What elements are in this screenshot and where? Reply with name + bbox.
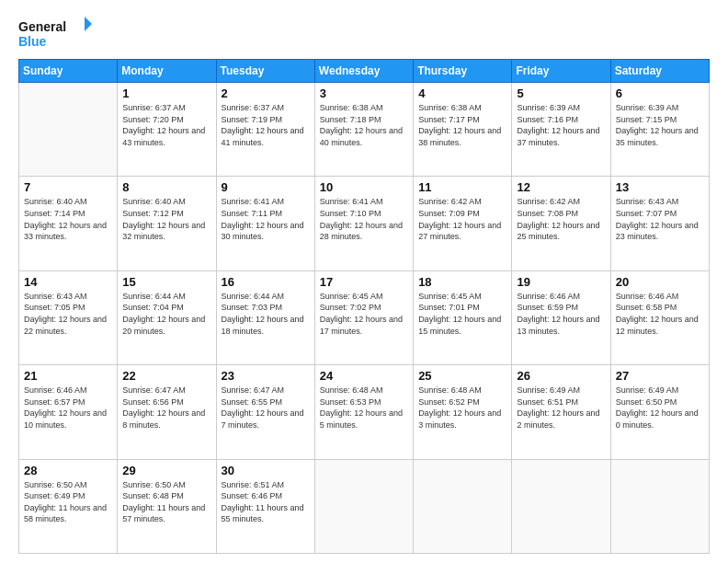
week-row-0: 1Sunrise: 6:37 AM Sunset: 7:20 PM Daylig… — [19, 83, 710, 177]
day-info: Sunrise: 6:49 AM Sunset: 6:51 PM Dayligh… — [517, 385, 605, 431]
day-number: 19 — [517, 275, 605, 289]
day-info: Sunrise: 6:40 AM Sunset: 7:12 PM Dayligh… — [122, 196, 210, 242]
day-number: 1 — [122, 86, 210, 100]
day-info: Sunrise: 6:40 AM Sunset: 7:14 PM Dayligh… — [24, 196, 112, 242]
day-cell: 21Sunrise: 6:46 AM Sunset: 6:57 PM Dayli… — [19, 365, 118, 459]
day-cell: 24Sunrise: 6:48 AM Sunset: 6:53 PM Dayli… — [314, 365, 413, 459]
day-cell: 14Sunrise: 6:43 AM Sunset: 7:05 PM Dayli… — [19, 270, 118, 364]
day-info: Sunrise: 6:37 AM Sunset: 7:20 PM Dayligh… — [122, 102, 210, 148]
col-header-friday: Friday — [512, 60, 610, 83]
day-info: Sunrise: 6:42 AM Sunset: 7:08 PM Dayligh… — [517, 196, 605, 242]
day-cell: 4Sunrise: 6:38 AM Sunset: 7:17 PM Daylig… — [414, 83, 512, 177]
week-row-2: 14Sunrise: 6:43 AM Sunset: 7:05 PM Dayli… — [19, 270, 710, 364]
day-cell: 9Sunrise: 6:41 AM Sunset: 7:11 PM Daylig… — [216, 177, 314, 270]
day-info: Sunrise: 6:49 AM Sunset: 6:50 PM Dayligh… — [616, 385, 704, 431]
day-info: Sunrise: 6:42 AM Sunset: 7:09 PM Dayligh… — [418, 196, 506, 242]
day-number: 24 — [320, 369, 408, 383]
day-cell — [414, 459, 512, 553]
day-cell — [512, 459, 610, 553]
day-info: Sunrise: 6:43 AM Sunset: 7:07 PM Dayligh… — [616, 196, 704, 242]
day-number: 20 — [616, 275, 704, 289]
day-number: 21 — [24, 369, 112, 383]
day-number: 10 — [320, 180, 408, 194]
day-info: Sunrise: 6:37 AM Sunset: 7:19 PM Dayligh… — [222, 102, 310, 148]
day-cell: 16Sunrise: 6:44 AM Sunset: 7:03 PM Dayli… — [216, 270, 314, 364]
day-info: Sunrise: 6:39 AM Sunset: 7:15 PM Dayligh… — [616, 102, 704, 148]
day-cell — [610, 459, 709, 553]
day-info: Sunrise: 6:41 AM Sunset: 7:11 PM Dayligh… — [222, 196, 310, 242]
day-number: 17 — [320, 275, 408, 289]
logo: General Blue — [18, 15, 92, 52]
day-number: 23 — [222, 369, 310, 383]
day-cell: 10Sunrise: 6:41 AM Sunset: 7:10 PM Dayli… — [314, 177, 413, 270]
day-cell: 12Sunrise: 6:42 AM Sunset: 7:08 PM Dayli… — [512, 177, 610, 270]
day-info: Sunrise: 6:38 AM Sunset: 7:17 PM Dayligh… — [418, 102, 506, 148]
day-info: Sunrise: 6:39 AM Sunset: 7:16 PM Dayligh… — [517, 102, 605, 148]
day-cell: 13Sunrise: 6:43 AM Sunset: 7:07 PM Dayli… — [610, 177, 709, 270]
day-cell — [19, 83, 118, 177]
week-row-3: 21Sunrise: 6:46 AM Sunset: 6:57 PM Dayli… — [19, 365, 710, 459]
day-info: Sunrise: 6:50 AM Sunset: 6:49 PM Dayligh… — [24, 479, 112, 525]
day-info: Sunrise: 6:46 AM Sunset: 6:58 PM Dayligh… — [616, 291, 704, 337]
col-header-wednesday: Wednesday — [314, 60, 413, 83]
col-header-sunday: Sunday — [19, 60, 118, 83]
day-cell: 6Sunrise: 6:39 AM Sunset: 7:15 PM Daylig… — [610, 83, 709, 177]
day-cell: 29Sunrise: 6:50 AM Sunset: 6:48 PM Dayli… — [118, 459, 216, 553]
header: General Blue — [18, 15, 710, 52]
day-number: 30 — [222, 464, 310, 477]
day-cell — [314, 459, 413, 553]
day-info: Sunrise: 6:47 AM Sunset: 6:55 PM Dayligh… — [222, 385, 310, 431]
day-info: Sunrise: 6:38 AM Sunset: 7:18 PM Dayligh… — [320, 102, 408, 148]
day-number: 26 — [517, 369, 605, 383]
day-info: Sunrise: 6:47 AM Sunset: 6:56 PM Dayligh… — [122, 385, 210, 431]
day-number: 29 — [122, 464, 210, 477]
logo-svg: General Blue — [18, 15, 92, 52]
day-number: 16 — [222, 275, 310, 289]
day-number: 15 — [122, 275, 210, 289]
day-number: 25 — [418, 369, 506, 383]
day-number: 14 — [24, 275, 112, 289]
svg-marker-2 — [85, 17, 92, 31]
day-info: Sunrise: 6:46 AM Sunset: 6:57 PM Dayligh… — [24, 385, 112, 431]
day-cell: 22Sunrise: 6:47 AM Sunset: 6:56 PM Dayli… — [118, 365, 216, 459]
day-info: Sunrise: 6:48 AM Sunset: 6:53 PM Dayligh… — [320, 385, 408, 431]
col-header-tuesday: Tuesday — [216, 60, 314, 83]
day-info: Sunrise: 6:51 AM Sunset: 6:46 PM Dayligh… — [222, 479, 310, 525]
day-cell: 26Sunrise: 6:49 AM Sunset: 6:51 PM Dayli… — [512, 365, 610, 459]
day-info: Sunrise: 6:44 AM Sunset: 7:04 PM Dayligh… — [122, 291, 210, 337]
day-info: Sunrise: 6:45 AM Sunset: 7:01 PM Dayligh… — [418, 291, 506, 337]
col-header-saturday: Saturday — [610, 60, 709, 83]
day-cell: 8Sunrise: 6:40 AM Sunset: 7:12 PM Daylig… — [118, 177, 216, 270]
svg-text:General: General — [18, 19, 66, 34]
col-header-monday: Monday — [118, 60, 216, 83]
day-number: 11 — [418, 180, 506, 194]
day-cell: 15Sunrise: 6:44 AM Sunset: 7:04 PM Dayli… — [118, 270, 216, 364]
day-info: Sunrise: 6:46 AM Sunset: 6:59 PM Dayligh… — [517, 291, 605, 337]
day-cell: 20Sunrise: 6:46 AM Sunset: 6:58 PM Dayli… — [610, 270, 709, 364]
day-info: Sunrise: 6:48 AM Sunset: 6:52 PM Dayligh… — [418, 385, 506, 431]
day-number: 4 — [418, 86, 506, 100]
day-number: 27 — [616, 369, 704, 383]
week-row-4: 28Sunrise: 6:50 AM Sunset: 6:49 PM Dayli… — [19, 459, 710, 553]
day-number: 7 — [24, 180, 112, 194]
day-number: 2 — [222, 86, 310, 100]
day-info: Sunrise: 6:43 AM Sunset: 7:05 PM Dayligh… — [24, 291, 112, 337]
day-cell: 28Sunrise: 6:50 AM Sunset: 6:49 PM Dayli… — [19, 459, 118, 553]
day-number: 12 — [517, 180, 605, 194]
day-number: 22 — [122, 369, 210, 383]
week-row-1: 7Sunrise: 6:40 AM Sunset: 7:14 PM Daylig… — [19, 177, 710, 270]
day-number: 5 — [517, 86, 605, 100]
day-cell: 18Sunrise: 6:45 AM Sunset: 7:01 PM Dayli… — [414, 270, 512, 364]
day-info: Sunrise: 6:50 AM Sunset: 6:48 PM Dayligh… — [122, 479, 210, 525]
calendar-header-row: SundayMondayTuesdayWednesdayThursdayFrid… — [19, 60, 710, 83]
day-cell: 7Sunrise: 6:40 AM Sunset: 7:14 PM Daylig… — [19, 177, 118, 270]
day-cell: 19Sunrise: 6:46 AM Sunset: 6:59 PM Dayli… — [512, 270, 610, 364]
day-info: Sunrise: 6:41 AM Sunset: 7:10 PM Dayligh… — [320, 196, 408, 242]
page: General Blue SundayMondayTuesdayWednesda… — [0, 0, 728, 563]
col-header-thursday: Thursday — [414, 60, 512, 83]
calendar-table: SundayMondayTuesdayWednesdayThursdayFrid… — [18, 59, 710, 554]
day-number: 6 — [616, 86, 704, 100]
day-info: Sunrise: 6:45 AM Sunset: 7:02 PM Dayligh… — [320, 291, 408, 337]
day-number: 8 — [122, 180, 210, 194]
day-cell: 30Sunrise: 6:51 AM Sunset: 6:46 PM Dayli… — [216, 459, 314, 553]
